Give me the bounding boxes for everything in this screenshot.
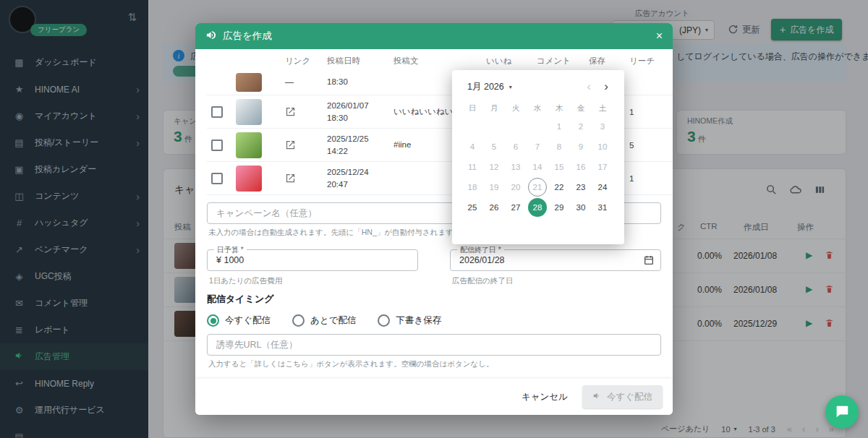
budget-enddate-row: 日予算 * ¥ 1000 1日あたりの広告費用 配信終了日 * 2026/01/…: [207, 249, 661, 271]
calendar-day-29[interactable]: 29: [550, 198, 569, 217]
megaphone-icon: [592, 391, 602, 403]
calendar-day-3: 3: [593, 117, 612, 136]
reach-value: 5: [629, 141, 673, 150]
calendar-day-23[interactable]: 23: [571, 178, 590, 197]
date-picker-popup: 1月 2026 ▾ ‹ › 日月火水木金土 123456789101112131…: [452, 70, 624, 244]
calendar-day-31[interactable]: 31: [593, 198, 612, 217]
chat-bubble-icon: [834, 403, 850, 421]
calendar-day-25[interactable]: 25: [463, 198, 482, 217]
calendar-day-22[interactable]: 22: [550, 178, 569, 197]
calendar-day-5: 5: [485, 137, 503, 156]
modal-header: 広告を作成 ×: [195, 23, 673, 49]
reach-value: 1: [629, 108, 673, 116]
calendar-weekday: 金: [570, 100, 592, 116]
calendar-day-16: 16: [571, 158, 590, 176]
delivery-timing-heading: 配信タイミング: [207, 293, 661, 306]
calendar-day-empty: [485, 117, 503, 136]
date-picker-header: 1月 2026 ▾ ‹ ›: [461, 77, 615, 96]
chevron-down-icon: ▾: [509, 84, 512, 90]
calendar-day-10: 10: [593, 137, 612, 156]
calendar-day-12: 12: [485, 158, 503, 176]
calendar-day-6: 6: [506, 137, 525, 156]
modal-title: 広告を作成: [223, 30, 272, 43]
open-in-new-icon[interactable]: [285, 173, 327, 184]
calendar-day-9: 9: [571, 137, 590, 156]
month-year-select[interactable]: 1月 2026 ▾: [467, 81, 512, 93]
post-table-header: リンク 投稿日時 投稿文 いいね コメント 保存 リーチ: [207, 52, 673, 69]
no-link-dash: —: [285, 77, 327, 87]
calendar-day-empty: [463, 117, 482, 136]
calendar-weekday: 水: [527, 100, 548, 116]
end-date-label: 配信終了日 *: [457, 245, 504, 255]
calendar-weekday: 土: [592, 100, 613, 116]
calendar-day-empty: [506, 117, 525, 136]
post-checkbox[interactable]: [211, 106, 223, 118]
calendar-weekday: 日: [461, 100, 483, 116]
post-checkbox[interactable]: [211, 139, 223, 151]
next-month-icon[interactable]: ›: [597, 80, 615, 94]
prev-month-icon: ‹: [580, 80, 597, 94]
calendar-day-7: 7: [528, 137, 547, 156]
post-thumbnail: [236, 166, 262, 192]
app: フリープラン ⇅ ▦ ダッシュボード ★ HINOME AI › ◉ マイアカウ…: [0, 0, 868, 438]
calendar-day-17: 17: [593, 158, 612, 176]
col-link: リンク: [285, 56, 327, 66]
open-in-new-icon[interactable]: [285, 139, 327, 150]
calendar-day-20: 20: [506, 178, 525, 197]
cancel-button[interactable]: キャンセル: [514, 385, 575, 409]
calendar-day-30[interactable]: 30: [571, 198, 590, 217]
radio-save-draft[interactable]: 下書き保存: [378, 314, 441, 327]
radio-icon: [207, 314, 219, 327]
radio-icon: [292, 314, 305, 327]
post-datetime: 2026/01/07 18:30: [327, 100, 393, 123]
reach-value: 1: [629, 174, 673, 183]
col-comments: コメント: [537, 56, 589, 66]
open-in-new-icon[interactable]: [285, 106, 327, 117]
col-text: 投稿文: [393, 56, 486, 66]
submit-button[interactable]: 今すぐ配信: [582, 385, 663, 408]
calendar-day-4: 4: [463, 137, 482, 156]
post-datetime: 2025/12/24 20:47: [327, 166, 393, 189]
daily-budget-value: ¥ 1000: [216, 255, 244, 265]
end-date-helper: 広告配信の終了日: [452, 276, 513, 286]
daily-budget-helper: 1日あたりの広告費用: [209, 276, 282, 286]
calendar-day-27[interactable]: 27: [506, 198, 525, 217]
destination-url-input[interactable]: [207, 334, 661, 356]
col-reach: リーチ: [629, 56, 673, 66]
calendar-grid: 1234567891011121314151617181920212223242…: [461, 116, 615, 218]
col-saves: 保存: [589, 56, 629, 66]
delivery-timing-options: 今すぐ配信 あとで配信 下書き保存: [207, 314, 661, 327]
destination-url-helper: 入力すると「詳しくはこちら」ボタンが表示されます。空欄の場合はボタンなし。: [208, 359, 660, 369]
chat-fab-button[interactable]: [825, 395, 859, 429]
calendar-weekday: 月: [483, 100, 505, 116]
daily-budget-field[interactable]: 日予算 * ¥ 1000 1日あたりの広告費用: [207, 249, 418, 271]
calendar-day-19: 19: [485, 178, 503, 197]
post-datetime: 2025/12/25 14:22: [327, 133, 393, 156]
close-icon[interactable]: ×: [656, 30, 663, 42]
daily-budget-label: 日予算 *: [214, 245, 247, 255]
calendar-day-1: 1: [550, 117, 569, 136]
calendar-day-28[interactable]: 28: [528, 198, 547, 217]
radio-deliver-now[interactable]: 今すぐ配信: [207, 314, 271, 327]
radio-icon: [378, 314, 390, 327]
calendar-day-8: 8: [550, 137, 569, 156]
calendar-day-21: 21: [528, 178, 547, 197]
post-thumbnail: [236, 73, 262, 92]
end-date-field[interactable]: 配信終了日 * 2026/01/28 広告配信の終了日: [450, 249, 661, 271]
modal-footer: キャンセル 今すぐ配信: [195, 379, 673, 415]
calendar-day-18: 18: [463, 178, 482, 197]
calendar-day-13: 13: [506, 158, 525, 176]
post-checkbox[interactable]: [211, 173, 223, 184]
calendar-day-2: 2: [571, 117, 590, 136]
calendar-weekday-row: 日月火水木金土: [461, 100, 615, 116]
post-thumbnail: [236, 132, 262, 158]
col-likes: いいね: [486, 56, 537, 66]
calendar-icon[interactable]: [643, 254, 655, 269]
radio-deliver-later[interactable]: あとで配信: [292, 314, 356, 327]
calendar-day-24[interactable]: 24: [593, 178, 612, 197]
post-thumbnail: [236, 99, 262, 125]
end-date-value: 2026/01/28: [459, 255, 505, 265]
calendar-day-26[interactable]: 26: [485, 198, 503, 217]
calendar-day-11: 11: [463, 158, 482, 176]
calendar-day-15: 15: [550, 158, 569, 176]
